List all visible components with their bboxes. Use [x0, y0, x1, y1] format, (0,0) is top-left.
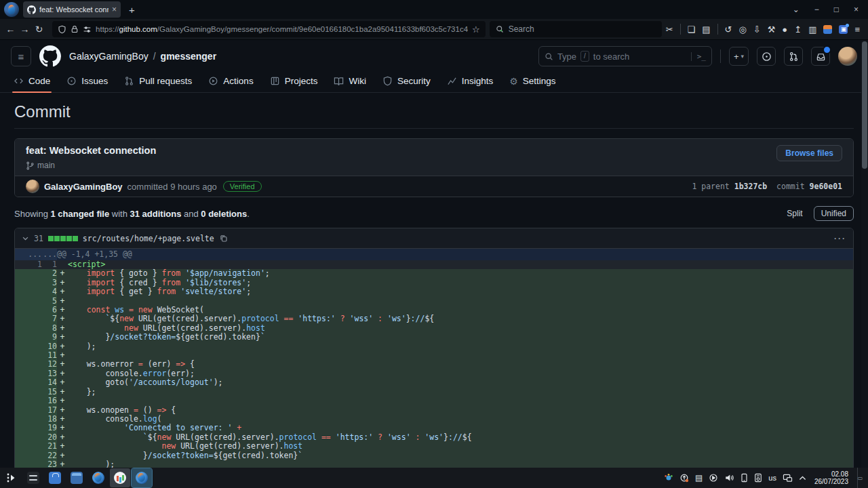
- taskbar-firefox-app[interactable]: [88, 468, 108, 487]
- diff-added-row[interactable]: 19+ 'Connected to server: ' +: [15, 424, 853, 432]
- privacy-icon[interactable]: ◎: [738, 24, 746, 35]
- commit-author-avatar[interactable]: [26, 180, 39, 193]
- diff-context-row[interactable]: 11<script>: [15, 260, 853, 269]
- list-tabs-icon[interactable]: ⌄: [793, 5, 800, 14]
- wrench-icon[interactable]: ⚒: [768, 24, 776, 35]
- menu-icon[interactable]: ≡: [854, 24, 860, 35]
- archive-icon[interactable]: ▥: [808, 24, 816, 35]
- copy-page-icon[interactable]: ❏: [688, 24, 696, 35]
- tab-code[interactable]: Code: [7, 71, 57, 92]
- issues-icon-button[interactable]: [757, 47, 776, 66]
- tab-actions[interactable]: Actions: [201, 71, 260, 92]
- show-desktop-button[interactable]: ▭: [857, 468, 863, 488]
- parent-sha[interactable]: 1b327cb: [734, 182, 767, 191]
- tab-wiki[interactable]: Wiki: [327, 71, 373, 92]
- diff-added-row[interactable]: 2+ import { goto } from '$app/navigation…: [15, 269, 853, 278]
- diff-added-row[interactable]: 8+ new URL(get(cred).server).host: [15, 324, 853, 333]
- shield-icon[interactable]: [58, 25, 66, 34]
- inbox-button[interactable]: [811, 47, 830, 66]
- nextcloud-dots-icon[interactable]: [664, 473, 673, 483]
- sphere-extension-icon[interactable]: ●: [782, 24, 787, 35]
- command-palette-icon[interactable]: >_: [691, 52, 706, 61]
- user-avatar[interactable]: [838, 47, 857, 66]
- tab-close-icon[interactable]: ×: [112, 5, 117, 14]
- taskbar-files-app[interactable]: [66, 468, 87, 487]
- media-player-icon[interactable]: [709, 473, 718, 483]
- tab-projects[interactable]: Projects: [263, 71, 325, 92]
- lock-icon[interactable]: [71, 25, 79, 33]
- diff-added-row[interactable]: 12+ ws.onerror = (err) => {: [15, 360, 853, 369]
- clipboard-icon[interactable]: ▤: [702, 24, 710, 35]
- search-bar[interactable]: Search: [490, 21, 662, 37]
- permissions-icon[interactable]: [83, 25, 92, 34]
- split-view-button[interactable]: Split: [780, 207, 809, 220]
- github-search-input[interactable]: Type / to search >_: [538, 46, 712, 66]
- updates-icon[interactable]: [679, 473, 689, 483]
- copy-icon[interactable]: [219, 234, 228, 243]
- taskbar-browser-app-active[interactable]: [132, 468, 152, 487]
- diff-added-row[interactable]: 22+ }/socket?token=${get(cred).token}`: [15, 451, 853, 460]
- commit-author[interactable]: GalaxyGamingBoy: [44, 182, 123, 192]
- github-menu-button[interactable]: ≡: [11, 46, 31, 66]
- diff-added-row[interactable]: 5+​: [15, 297, 853, 306]
- tab-pull-requests[interactable]: Pull requests: [117, 71, 199, 92]
- minimize-button[interactable]: −: [814, 5, 819, 14]
- unified-view-button[interactable]: Unified: [814, 206, 854, 221]
- reload-button[interactable]: ↻: [34, 24, 44, 35]
- branch-name[interactable]: main: [37, 161, 55, 170]
- tab-settings[interactable]: ⚙Settings: [502, 71, 562, 92]
- share-icon[interactable]: ↥: [794, 24, 802, 35]
- taskbar-discover-app[interactable]: [45, 468, 65, 487]
- keyboard-layout-indicator[interactable]: us: [768, 474, 776, 482]
- new-tab-button[interactable]: +: [121, 4, 143, 16]
- pull-requests-icon-button[interactable]: [784, 47, 803, 66]
- diff-added-row[interactable]: 11+​: [15, 351, 853, 360]
- diff-added-row[interactable]: 16+​: [15, 396, 853, 405]
- file-options-kebab-icon[interactable]: ···: [834, 234, 846, 243]
- diff-added-row[interactable]: 17+ ws.onopen = () => {: [15, 406, 853, 415]
- url-bar[interactable]: https://github.com/GalaxyGamingBoy/gmess…: [52, 21, 486, 37]
- chevron-down-icon[interactable]: [22, 235, 29, 242]
- restore-button[interactable]: □: [834, 5, 839, 14]
- diff-added-row[interactable]: 20+ `${new URL(get(cred).server).protoco…: [15, 433, 853, 442]
- back-button[interactable]: ←: [5, 24, 16, 35]
- forward-button[interactable]: →: [20, 24, 30, 35]
- download-icon[interactable]: ⇩: [753, 24, 761, 35]
- diff-added-row[interactable]: 23+ );: [15, 460, 853, 468]
- bookmark-star-icon[interactable]: ☆: [472, 24, 480, 35]
- file-path[interactable]: src/routes/home/+page.svelte: [83, 234, 214, 243]
- clock[interactable]: 02.0826/07/2023: [814, 470, 848, 486]
- scrollbar-thumb[interactable]: [862, 41, 867, 169]
- screen-share-icon[interactable]: [783, 474, 793, 483]
- diff-added-row[interactable]: 15+ };: [15, 388, 853, 396]
- page-scrollbar[interactable]: [861, 40, 868, 468]
- clipboard-tray-icon[interactable]: ▤: [695, 473, 703, 483]
- diff-added-row[interactable]: 7+ `${new URL(get(cred).server).protocol…: [15, 314, 853, 323]
- container-extension-icon[interactable]: ▣: [839, 25, 848, 34]
- breadcrumb-owner[interactable]: GalaxyGamingBoy: [69, 51, 149, 62]
- scissors-icon[interactable]: ✂: [666, 24, 673, 35]
- browse-files-button[interactable]: Browse files: [776, 145, 842, 161]
- taskbar-settings-app[interactable]: [23, 468, 43, 487]
- history-icon[interactable]: ↺: [725, 24, 732, 35]
- breadcrumb-repo[interactable]: gmessenger: [161, 51, 216, 62]
- tray-expand-chevron-icon[interactable]: [799, 475, 806, 481]
- browser-tab[interactable]: feat: Websocket connection ×: [23, 1, 121, 18]
- taskbar-monitor-app[interactable]: [110, 468, 130, 487]
- diff-added-row[interactable]: 14+ goto('/accounts/logout');: [15, 378, 853, 387]
- app-launcher-button[interactable]: [1, 468, 22, 487]
- diff-added-row[interactable]: 9+ }/socket?token=${get(cred).token}`: [15, 333, 853, 342]
- github-logo-icon[interactable]: [39, 45, 61, 67]
- diff-added-row[interactable]: 6+ const ws = new WebSocket(: [15, 306, 853, 314]
- diff-added-row[interactable]: 10+ );: [15, 342, 853, 351]
- create-new-button[interactable]: +▾: [729, 47, 749, 66]
- diff-added-row[interactable]: 3+ import { cred } from '$lib/stores';: [15, 279, 853, 287]
- diff-added-row[interactable]: 4+ import { get } from 'svelte/store';: [15, 287, 853, 296]
- diff-added-row[interactable]: 18+ console.log(: [15, 415, 853, 424]
- theme-extension-icon[interactable]: [823, 25, 832, 34]
- phone-connect-icon[interactable]: [741, 473, 748, 483]
- diff-added-row[interactable]: 13+ console.error(err);: [15, 369, 853, 378]
- volume-icon[interactable]: [724, 473, 734, 483]
- tab-issues[interactable]: Issues: [60, 71, 115, 92]
- close-button[interactable]: ×: [854, 5, 859, 14]
